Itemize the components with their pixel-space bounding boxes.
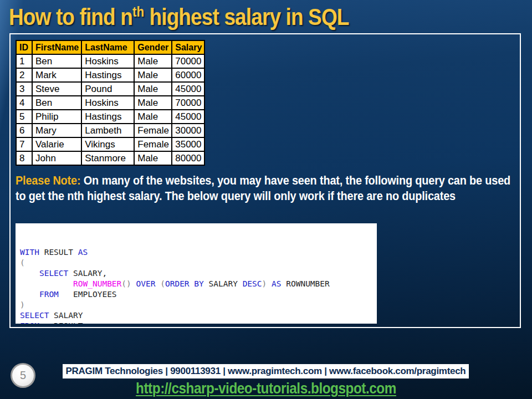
- note-label: Please Note:: [16, 173, 80, 187]
- table-row: 4BenHoskinsMale70000: [16, 96, 204, 110]
- table-cell: 2: [16, 68, 32, 82]
- column-header-firstname: FirstName: [32, 40, 81, 54]
- table-cell: 3: [16, 82, 32, 96]
- table-cell: Male: [134, 54, 172, 68]
- employees-table: IDFirstNameLastNameGenderSalary 1BenHosk…: [16, 40, 205, 166]
- table-cell: Male: [134, 68, 172, 82]
- table-cell: 7: [16, 137, 32, 151]
- table-cell: Mary: [32, 124, 81, 137]
- table-cell: Mark: [32, 68, 81, 82]
- table-cell: 5: [16, 110, 32, 124]
- code-line: WITH RESULT AS: [20, 247, 372, 258]
- table-cell: 60000: [172, 68, 204, 82]
- table-cell: Steve: [32, 82, 81, 96]
- table-cell: Male: [134, 151, 172, 165]
- code-line: FROM RESULT: [20, 321, 372, 324]
- slide: How to find nth highest salary in SQL ID…: [0, 0, 532, 399]
- slide-title-suffix: highest salary in SQL: [144, 3, 349, 30]
- code-line: ROW_NUMBER() OVER (ORDER BY SALARY DESC)…: [20, 279, 372, 289]
- code-line: SELECT SALARY,: [20, 268, 372, 279]
- column-header-lastname: LastName: [81, 40, 134, 54]
- code-line: ): [20, 300, 372, 310]
- table-cell: Stanmore: [81, 151, 134, 165]
- table-cell: John: [32, 151, 81, 165]
- table-cell: 30000: [172, 124, 204, 137]
- table-row: 2MarkHastingsMale60000: [16, 68, 204, 82]
- column-header-gender: Gender: [134, 40, 172, 54]
- employees-table-header-row: IDFirstNameLastNameGenderSalary: [16, 40, 204, 54]
- employees-table-body: 1BenHoskinsMale700002MarkHastingsMale600…: [16, 54, 204, 165]
- table-cell: 45000: [172, 82, 204, 96]
- table-cell: 45000: [172, 110, 204, 124]
- table-cell: 6: [16, 124, 32, 137]
- table-cell: Valarie: [32, 137, 81, 151]
- table-cell: Lambeth: [81, 124, 134, 137]
- table-row: 3StevePoundMale45000: [16, 82, 204, 96]
- table-cell: Ben: [32, 96, 81, 110]
- table-cell: Hastings: [81, 110, 134, 124]
- table-cell: Female: [134, 137, 172, 151]
- code-line: FROM EMPLOYEES: [20, 289, 372, 300]
- column-header-id: ID: [16, 40, 32, 54]
- slide-title: How to find nth highest salary in SQL: [9, 3, 452, 30]
- table-cell: Female: [134, 124, 172, 137]
- table-cell: Male: [134, 110, 172, 124]
- table-cell: 80000: [172, 151, 204, 165]
- note-paragraph: Please Note: On many of the websites, yo…: [16, 173, 512, 204]
- table-cell: Male: [134, 82, 172, 96]
- table-row: 7ValarieVikingsFemale35000: [16, 137, 204, 151]
- table-cell: 8: [16, 151, 32, 165]
- table-row: 1BenHoskinsMale70000: [16, 54, 204, 68]
- slide-title-prefix: How to find n: [9, 3, 132, 30]
- blog-url-link[interactable]: http://csharp-video-tutorials.blogspot.c…: [27, 380, 505, 397]
- table-row: 5PhilipHastingsMale45000: [16, 110, 204, 124]
- note-text: On many of the websites, you may have se…: [16, 173, 510, 203]
- table-cell: 70000: [172, 54, 204, 68]
- sql-code-block: WITH RESULT AS( SELECT SALARY, ROW_NUMBE…: [16, 223, 377, 324]
- sql-code: WITH RESULT AS( SELECT SALARY, ROW_NUMBE…: [20, 247, 372, 324]
- table-row: 8JohnStanmoreMale80000: [16, 151, 204, 165]
- code-line: SELECT SALARY: [20, 310, 372, 321]
- table-cell: Pound: [81, 82, 134, 96]
- slide-title-superscript: th: [132, 3, 144, 20]
- table-cell: 35000: [172, 137, 204, 151]
- table-cell: Vikings: [81, 137, 134, 151]
- table-cell: 4: [16, 96, 32, 110]
- table-cell: Philip: [32, 110, 81, 124]
- footer-info-bar: PRAGIM Technologies | 9900113931 | www.p…: [63, 364, 469, 378]
- code-line: (: [20, 258, 372, 268]
- table-cell: Hastings: [81, 68, 134, 82]
- table-cell: Hoskins: [81, 96, 134, 110]
- table-cell: 1: [16, 54, 32, 68]
- table-row: 6MaryLambethFemale30000: [16, 124, 204, 137]
- table-cell: Hoskins: [81, 54, 134, 68]
- table-cell: Ben: [32, 54, 81, 68]
- table-cell: 70000: [172, 96, 204, 110]
- column-header-salary: Salary: [172, 40, 204, 54]
- table-cell: Male: [134, 96, 172, 110]
